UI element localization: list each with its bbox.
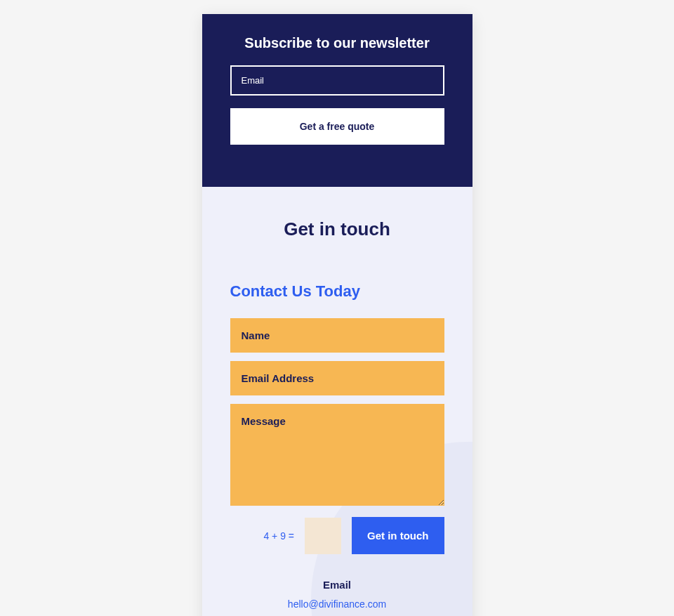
newsletter-title: Subscribe to our newsletter: [230, 35, 444, 51]
page-container: Subscribe to our newsletter Get a free q…: [202, 14, 473, 616]
captcha-input[interactable]: [305, 518, 341, 554]
email-info-link[interactable]: hello@divifinance.com: [288, 598, 386, 610]
captcha-row: 4 + 9 = Get in touch: [230, 517, 444, 554]
email-address-input[interactable]: [230, 361, 444, 395]
captcha-question: 4 + 9 =: [263, 530, 294, 542]
newsletter-section: Subscribe to our newsletter Get a free q…: [202, 14, 473, 187]
contact-section: Get in touch Contact Us Today 4 + 9 = Ge…: [202, 187, 473, 616]
email-info: Email hello@divifinance.com: [230, 579, 444, 610]
submit-button[interactable]: Get in touch: [352, 517, 444, 554]
contact-us-title: Contact Us Today: [230, 282, 444, 301]
email-info-label: Email: [230, 579, 444, 591]
name-input[interactable]: [230, 318, 444, 353]
get-in-touch-title: Get in touch: [230, 218, 444, 240]
message-textarea[interactable]: [230, 404, 444, 506]
newsletter-email-input[interactable]: [230, 65, 444, 96]
get-quote-button[interactable]: Get a free quote: [230, 108, 444, 145]
